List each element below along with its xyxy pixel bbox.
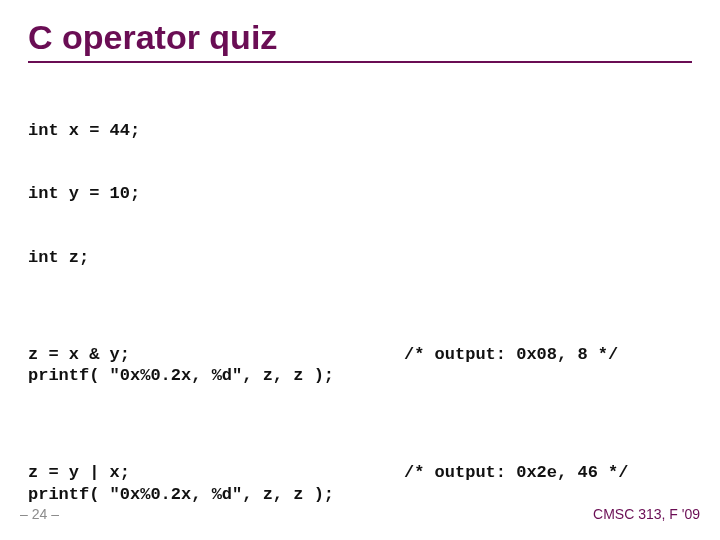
- code-block: z = x & y; printf( "0x%0.2x, %d", z, z )…: [28, 344, 692, 387]
- decl-line: int x = 44;: [28, 120, 692, 141]
- code-left: z = y | x; printf( "0x%0.2x, %d", z, z )…: [28, 462, 398, 505]
- code-block: z = y | x; printf( "0x%0.2x, %d", z, z )…: [28, 462, 692, 505]
- slide-number: – 24 –: [20, 506, 59, 522]
- code-left: z = x & y; printf( "0x%0.2x, %d", z, z )…: [28, 344, 398, 387]
- slide-title: C operator quiz: [28, 18, 692, 63]
- decl-line: int y = 10;: [28, 183, 692, 204]
- slide: C operator quiz int x = 44; int y = 10; …: [0, 0, 720, 540]
- code-comment: /* output: 0x2e, 46 */: [398, 462, 628, 483]
- code-comment: /* output: 0x08, 8 */: [398, 344, 618, 365]
- decl-line: int z;: [28, 247, 692, 268]
- code-body: int x = 44; int y = 10; int z; z = x & y…: [28, 77, 692, 540]
- course-label: CMSC 313, F '09: [593, 506, 700, 522]
